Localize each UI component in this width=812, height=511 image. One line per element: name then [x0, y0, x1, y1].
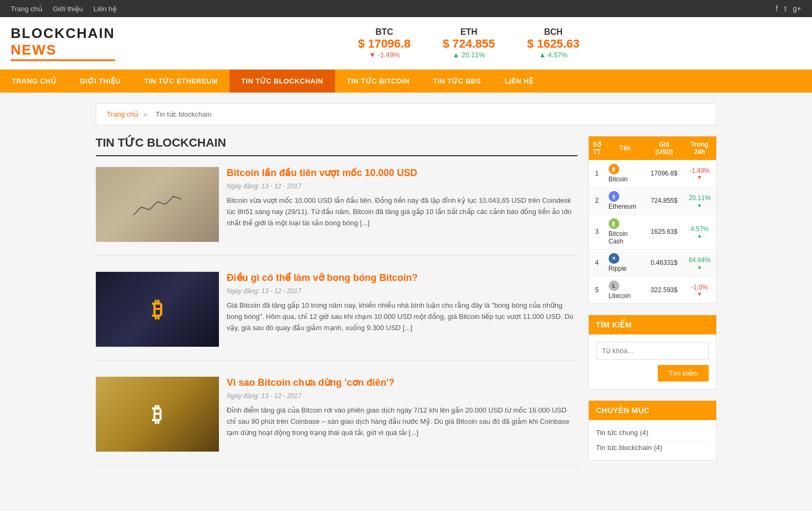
coin-name-xrp: ✕ Ripple	[605, 249, 645, 277]
article-item: ₿ Vì sao Bitcoin chưa dừng 'cơn điên'? N…	[96, 377, 578, 466]
social-icons: f t g+	[776, 4, 801, 13]
coin-name-btc: ₿ Bitcoin	[605, 160, 645, 187]
th-price: Giá(USD)	[645, 136, 684, 160]
btc-value: $ 17096.8	[358, 37, 411, 51]
table-row: 2 ⟠ Ethereum 724.855$ 20.11%	[589, 187, 716, 215]
xrp-table-change: 64.84%	[684, 249, 716, 277]
btc-table-price: 17096.8$	[645, 160, 684, 187]
eth-value: $ 724.855	[443, 37, 495, 51]
btc-price: BTC $ 17096.8 -1.49%	[358, 27, 411, 59]
article-item: ₿ Điều gì có thể làm vỡ bong bóng Bitcoi…	[96, 272, 578, 361]
btc-icon: ₿	[609, 164, 619, 174]
content-layout: TIN TỨC BLOCKCHAIN Bitcoin lần đầu tiên …	[96, 136, 717, 482]
crypto-table: SốTT Tên Giá(USD) Trong24h 1 ₿ Bitco	[589, 136, 716, 303]
ltc-table-price: 322.593$	[645, 277, 684, 304]
search-widget-body: Tìm kiếm	[589, 334, 716, 389]
crypto-prices: BTC $ 17096.8 -1.49% ETH $ 724.855 20.11…	[136, 27, 801, 59]
bch-table-change: 4.57%	[684, 215, 716, 249]
nav-about[interactable]: Giới thiệu	[52, 5, 82, 13]
nav-item-ethereum[interactable]: TIN TỨC ETHEREUM	[132, 70, 229, 93]
category-link-general[interactable]: Tin tức chung (4)	[596, 429, 649, 437]
btc-change: -1.49%	[358, 51, 411, 59]
nav-home[interactable]: Trang chủ	[11, 5, 42, 13]
article-thumb-2: ₿	[96, 272, 219, 347]
article-body-1: Bitcoin lần đầu tiên vượt mốc 10.000 USD…	[227, 167, 578, 242]
nav-contact[interactable]: Liên hệ	[94, 5, 117, 13]
btc-table-change: -1.49%	[684, 160, 716, 187]
search-input[interactable]	[596, 342, 709, 360]
article-title-3[interactable]: Vì sao Bitcoin chưa dừng 'cơn điên'?	[227, 377, 578, 389]
nav-item-home[interactable]: TRANG CHỦ	[0, 70, 68, 93]
coin-name-bch: ₿ BitcoinCash	[605, 215, 645, 249]
coin-label-btc: Bitcoin	[609, 176, 642, 183]
main-navigation: TRANG CHỦ GIỚI THIỆU TIN TỨC ETHEREUM TI…	[0, 70, 812, 93]
btc-down-arrow	[687, 174, 713, 180]
bch-up-arrow	[687, 233, 713, 239]
bch-value: $ 1625.63	[527, 37, 580, 51]
logo-underline	[11, 59, 115, 61]
googleplus-icon[interactable]: g+	[793, 4, 801, 13]
top-nav-links: Trang chủ Giới thiệu Liên hệ	[11, 5, 125, 13]
bch-symbol: BCH	[527, 27, 580, 37]
coin-name-eth: ⟠ Ethereum	[605, 187, 645, 215]
nav-item-bitcoin[interactable]: TIN TỨC BITCOIN	[335, 70, 421, 93]
article-thumb-1	[96, 167, 219, 242]
facebook-icon[interactable]: f	[776, 4, 778, 13]
sidebar: SốTT Tên Giá(USD) Trong24h 1 ₿ Bitco	[588, 136, 717, 482]
table-row: 4 ✕ Ripple 0.46331$ 64.84%	[589, 249, 716, 277]
xrp-icon: ✕	[609, 253, 619, 264]
bch-table-price: 1625.63$	[645, 215, 684, 249]
article-date-3: Ngày đăng: 13 - 12 - 2017	[227, 392, 578, 400]
article-title-1[interactable]: Bitcoin lần đầu tiên vượt mốc 10.000 USD	[227, 167, 578, 179]
search-widget: TÌM KIẾM Tìm kiếm	[588, 315, 717, 390]
row-num: 5	[589, 277, 605, 304]
row-num: 1	[589, 160, 605, 187]
nav-item-bds[interactable]: TIN TỨC BĐS	[421, 70, 492, 93]
page-title: TIN TỨC BLOCKCHAIN	[96, 136, 578, 156]
eth-table-change: 20.11%	[684, 187, 716, 215]
th-num: SốTT	[589, 136, 605, 160]
article-body-2: Điều gì có thể làm vỡ bong bóng Bitcoin?…	[227, 272, 578, 347]
coin-label-eth: Ethereum	[609, 203, 642, 210]
article-excerpt-1: Bitcoin vừa vượt mốc 10.000 USD lần đầu …	[227, 195, 578, 228]
eth-arrow	[453, 51, 461, 59]
coin-label-ltc: Litecoin	[609, 292, 642, 300]
search-button[interactable]: Tìm kiếm	[658, 365, 708, 382]
twitter-icon[interactable]: t	[784, 4, 786, 13]
nav-item-about[interactable]: GIỚI THIỆU	[68, 70, 132, 93]
eth-icon: ⟠	[609, 191, 619, 202]
category-link-blockchain[interactable]: Tin tức blockchain (4)	[596, 444, 663, 452]
nav-item-blockchain[interactable]: TIN TỨC BLOCKCHAIN	[230, 70, 335, 93]
eth-change: 20.11%	[443, 51, 495, 59]
article-excerpt-3: Đỉnh điểm tăng giá của Bitcoin rơi vào p…	[227, 405, 578, 438]
xrp-table-price: 0.46331$	[645, 249, 684, 277]
chart-icon	[131, 188, 184, 220]
row-num: 3	[589, 215, 605, 249]
nav-item-contact[interactable]: LIÊN HỆ	[493, 70, 545, 93]
eth-symbol: ETH	[443, 27, 495, 37]
table-row: 1 ₿ Bitcoin 17096.8$ -1.49%	[589, 160, 716, 187]
breadcrumb: Trang chủ » Tin tức blockchain	[96, 103, 717, 125]
category-list: Tin tức chung (4) Tin tức blockchain (4)	[589, 420, 716, 460]
article-title-2[interactable]: Điều gì có thể làm vỡ bong bóng Bitcoin?	[227, 272, 578, 284]
ltc-down-arrow	[687, 291, 713, 297]
article-body-3: Vì sao Bitcoin chưa dừng 'cơn điên'? Ngà…	[227, 377, 578, 452]
ltc-table-change: -1.0%	[684, 277, 716, 304]
breadcrumb-home[interactable]: Trang chủ	[107, 110, 139, 118]
th-name: Tên	[605, 136, 645, 160]
crypto-table-widget: SốTT Tên Giá(USD) Trong24h 1 ₿ Bitco	[588, 136, 717, 304]
categories-widget: CHUYÊN MỤC Tin tức chung (4) Tin tức blo…	[588, 400, 717, 461]
btc-arrow	[369, 51, 377, 59]
logo-bottom-text: NEWS	[11, 42, 115, 58]
row-num: 4	[589, 249, 605, 277]
breadcrumb-separator: »	[143, 110, 147, 118]
coin-name-ltc: Ł Litecoin	[605, 277, 645, 304]
row-num: 2	[589, 187, 605, 215]
bch-price: BCH $ 1625.63 4.57%	[527, 27, 580, 59]
breadcrumb-current: Tin tức blockchain	[156, 110, 211, 118]
table-row: 3 ₿ BitcoinCash 1625.63$ 4.57%	[589, 215, 716, 249]
bch-icon: ₿	[609, 218, 619, 229]
site-logo: BLOCKCHAIN NEWS	[11, 25, 115, 61]
coin-label-bch: BitcoinCash	[609, 230, 642, 245]
article-date-1: Ngày đăng: 13 - 12 - 2017	[227, 182, 578, 190]
